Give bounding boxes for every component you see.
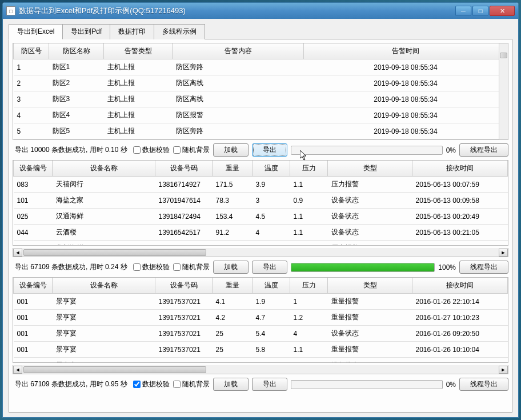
chk-random-2[interactable]: 随机背景 bbox=[173, 262, 210, 272]
table-cell[interactable]: 防区2 bbox=[49, 75, 104, 91]
table-cell[interactable]: 4.2 bbox=[213, 310, 253, 326]
table-cell[interactable]: 景亨宴 bbox=[53, 310, 155, 326]
table-cell[interactable]: 防区旁路 bbox=[173, 123, 304, 139]
table-cell[interactable]: 1.1 bbox=[290, 241, 328, 246]
table-cell[interactable]: 景亨宴 bbox=[53, 342, 155, 358]
table-row[interactable]: 6防区6主机上报防区旁路2019-09-18 08:55:34 bbox=[14, 139, 508, 141]
table-cell[interactable]: 4 bbox=[290, 326, 328, 342]
table-cell[interactable]: 4.7 bbox=[253, 310, 290, 326]
table-cell[interactable]: 设备状态 bbox=[328, 225, 412, 241]
table-cell[interactable]: 13917537021 bbox=[155, 342, 213, 358]
table-cell[interactable]: 001 bbox=[14, 342, 53, 358]
table-cell[interactable]: 主机上报 bbox=[104, 75, 173, 91]
minimize-button[interactable]: ─ bbox=[455, 6, 471, 16]
table-cell[interactable]: 防区5 bbox=[49, 123, 104, 139]
table-row[interactable]: 025汉通海鲜13918472494153.44.51.1设备状态2015-06… bbox=[14, 209, 508, 225]
close-button[interactable]: ✕ bbox=[490, 6, 515, 16]
table-cell[interactable]: 1.1 bbox=[290, 209, 328, 225]
table-cell[interactable]: 101 bbox=[14, 193, 53, 209]
table-cell[interactable]: 001 bbox=[14, 310, 53, 326]
table-row[interactable]: 3防区3主机上报防区离线2019-09-18 08:55:34 bbox=[14, 91, 508, 107]
table-cell[interactable]: 重量报警 bbox=[328, 294, 412, 310]
table-cell[interactable]: 91.2 bbox=[213, 225, 253, 241]
grid2-hscroll[interactable]: ◄ ► bbox=[13, 248, 508, 257]
table-row[interactable]: 001景亨宴13917537021255.44设备状态2016-01-26 09… bbox=[14, 326, 508, 342]
table-header[interactable]: 类型 bbox=[328, 161, 412, 177]
table-cell[interactable]: 2016-01-26 09:20:50 bbox=[412, 326, 508, 342]
table-cell[interactable]: 1.1 bbox=[290, 342, 328, 358]
table-cell[interactable]: 防区4 bbox=[49, 107, 104, 123]
table-row[interactable]: 001景亨宴1391880460129.120.21.2设备状态2015-09-… bbox=[14, 358, 508, 363]
grid1-header[interactable]: 防区号 bbox=[14, 43, 49, 59]
table-cell[interactable]: 重量报警 bbox=[328, 342, 412, 358]
table-cell[interactable]: 001 bbox=[14, 294, 53, 310]
table-header[interactable]: 设备编号 bbox=[14, 161, 53, 177]
table-header[interactable]: 设备号码 bbox=[155, 278, 213, 294]
table-cell[interactable]: 2016-01-27 10:10:23 bbox=[412, 310, 508, 326]
table-header[interactable]: 设备号码 bbox=[155, 161, 213, 177]
table-row[interactable]: 083天禧闵行13816714927171.53.91.1压力报警2015-06… bbox=[14, 177, 508, 193]
table-row[interactable]: 101海盐之家1370194761478.330.9设备状态2015-06-13… bbox=[14, 193, 508, 209]
table-cell[interactable]: 13917537021 bbox=[155, 294, 213, 310]
table-cell[interactable]: 2.2 bbox=[253, 241, 290, 246]
table-cell[interactable]: 2015-06-13 00:21:05 bbox=[412, 225, 508, 241]
table-cell[interactable]: 2016-01-26 22:10:14 bbox=[412, 294, 508, 310]
table-cell[interactable]: 防区1 bbox=[49, 59, 104, 75]
grid1-header[interactable]: 告警类型 bbox=[104, 43, 173, 59]
table-cell[interactable]: 13918472494 bbox=[155, 209, 213, 225]
table-cell[interactable]: 汉通海鲜 bbox=[53, 209, 155, 225]
table-header[interactable]: 压力 bbox=[290, 278, 328, 294]
table-row[interactable]: 2防区2主机上报防区离线2019-09-18 08:55:34 bbox=[14, 75, 508, 91]
scroll-left-icon[interactable]: ◄ bbox=[13, 366, 22, 374]
table-cell[interactable]: 防区6 bbox=[49, 139, 104, 141]
table-cell[interactable]: 1.9 bbox=[253, 294, 290, 310]
table-header[interactable]: 温度 bbox=[253, 278, 290, 294]
thread-export-button-2[interactable]: 线程导出 bbox=[459, 261, 508, 274]
table-cell[interactable]: 2019-09-18 08:55:34 bbox=[304, 139, 508, 141]
grid1-header[interactable]: 告警时间 bbox=[304, 43, 508, 59]
table-cell[interactable]: 008 bbox=[14, 241, 53, 246]
thread-export-button-1[interactable]: 线程导出 bbox=[459, 143, 508, 157]
table-cell[interactable]: 25 bbox=[213, 326, 253, 342]
grid2[interactable]: 设备编号设备名称设备号码重量温度压力类型接收时间 083天禧闵行13816714… bbox=[13, 161, 508, 246]
chk-random-1[interactable]: 随机背景 bbox=[173, 145, 210, 155]
table-cell[interactable]: 防区报警 bbox=[173, 107, 304, 123]
table-cell[interactable]: 主机上报 bbox=[104, 59, 173, 75]
table-header[interactable]: 压力 bbox=[290, 161, 328, 177]
table-cell[interactable]: 20.2 bbox=[253, 358, 290, 363]
table-row[interactable]: 001景亨宴139175370214.11.91重量报警2016-01-26 2… bbox=[14, 294, 508, 310]
table-cell[interactable]: 景亨宴 bbox=[53, 358, 155, 363]
table-row[interactable]: 001景亨宴13917537021255.81.1重量报警2016-01-26 … bbox=[14, 342, 508, 358]
table-cell[interactable]: 2015-06-13 00:09:58 bbox=[412, 193, 508, 209]
grid3-hscroll[interactable]: ◄ ► bbox=[13, 365, 508, 374]
table-cell[interactable]: 景亨宴 bbox=[53, 326, 155, 342]
table-cell[interactable]: 防区旁路 bbox=[173, 59, 304, 75]
scroll-right-icon[interactable]: ► bbox=[499, 366, 508, 374]
table-cell[interactable]: 13016025441 bbox=[155, 241, 213, 246]
table-cell[interactable]: 4.1 bbox=[213, 294, 253, 310]
table-cell[interactable]: 防区3 bbox=[49, 91, 104, 107]
table-row[interactable]: 5防区5主机上报防区旁路2019-09-18 08:55:34 bbox=[14, 123, 508, 139]
table-row[interactable]: 1防区1主机上报防区旁路2019-09-18 08:55:34 bbox=[14, 59, 508, 75]
table-cell[interactable]: 13917537021 bbox=[155, 310, 213, 326]
table-cell[interactable]: 5.8 bbox=[253, 342, 290, 358]
table-cell[interactable]: 25 bbox=[213, 342, 253, 358]
export-button-3[interactable]: 导出 bbox=[252, 378, 287, 391]
table-cell[interactable]: 1 bbox=[290, 294, 328, 310]
table-cell[interactable]: 1.2 bbox=[290, 358, 328, 363]
table-header[interactable]: 类型 bbox=[328, 278, 412, 294]
table-cell[interactable]: 1 bbox=[14, 59, 49, 75]
table-cell[interactable]: 2015-06-13 00:40:40 bbox=[412, 241, 508, 246]
table-cell[interactable]: 4.5 bbox=[253, 209, 290, 225]
table-row[interactable]: 4防区4主机上报防区报警2019-09-18 08:55:34 bbox=[14, 107, 508, 123]
table-cell[interactable]: 化新海鲜 bbox=[53, 241, 155, 246]
table-cell[interactable]: 防区旁路 bbox=[173, 139, 304, 141]
chk-verify-3[interactable]: 数据校验 bbox=[133, 379, 170, 389]
table-cell[interactable]: 025 bbox=[14, 209, 53, 225]
table-cell[interactable]: 设备状态 bbox=[328, 326, 412, 342]
table-cell[interactable]: 13916542517 bbox=[155, 225, 213, 241]
table-cell[interactable]: 153.4 bbox=[213, 209, 253, 225]
table-cell[interactable]: 171.5 bbox=[213, 177, 253, 193]
table-cell[interactable]: 13917537021 bbox=[155, 326, 213, 342]
table-cell[interactable]: 主机上报 bbox=[104, 139, 173, 141]
